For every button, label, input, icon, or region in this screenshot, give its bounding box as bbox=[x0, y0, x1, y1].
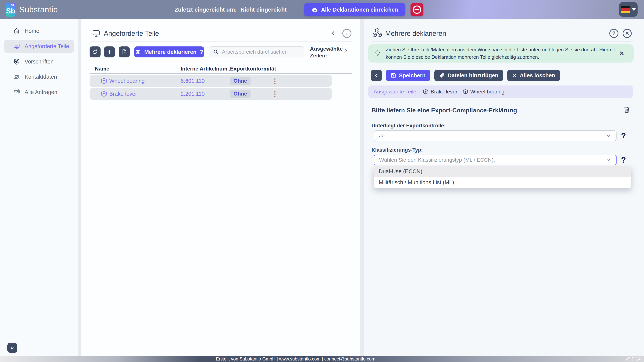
refresh-button[interactable] bbox=[90, 47, 100, 58]
panel-title: Angeforderte Teile bbox=[104, 30, 159, 38]
classification-help-icon[interactable]: ? bbox=[621, 155, 626, 165]
panel-help-icon[interactable]: ? bbox=[609, 29, 618, 38]
part-name-link[interactable]: Wheel bearing bbox=[109, 78, 145, 84]
search-input[interactable] bbox=[222, 49, 300, 55]
add-files-button[interactable]: Dateien hinzufügen bbox=[434, 70, 503, 81]
part-name-link[interactable]: Brake lever bbox=[109, 91, 137, 97]
topbar-status-group: Zuletzt eingereicht um: Nicht eingereich… bbox=[174, 0, 424, 19]
sidebar-item-regulations[interactable]: Vorschriften bbox=[4, 55, 74, 68]
add-part-button[interactable] bbox=[104, 47, 115, 58]
divider bbox=[372, 42, 634, 42]
cubes-stack-icon bbox=[372, 28, 383, 39]
selected-rows-label: Ausgewählte Zeilen: bbox=[310, 46, 342, 59]
export-control-label: Unterliegt der Exportkontrolle: bbox=[372, 123, 446, 129]
language-selector[interactable] bbox=[619, 2, 638, 17]
selected-rows-value: 2 bbox=[344, 48, 347, 54]
monitor-icon bbox=[92, 29, 100, 38]
selected-part-name: Wheel bearing bbox=[470, 89, 505, 95]
trash-icon[interactable] bbox=[623, 106, 630, 113]
selected-part-name: Brake lever bbox=[430, 89, 458, 95]
back-button[interactable] bbox=[371, 70, 382, 81]
last-submitted-label: Zuletzt eingereicht um: bbox=[174, 7, 237, 13]
save-button[interactable]: Speichern bbox=[386, 70, 430, 81]
home-icon bbox=[13, 28, 20, 34]
selected-parts-label: Ausgewählte Teile: bbox=[374, 89, 418, 95]
sidebar-item-all-requests[interactable]: Alle Anfragen bbox=[4, 86, 74, 99]
table-row[interactable]: Wheel bearing 6.601.110 Ohne ⋮ bbox=[90, 75, 332, 87]
logo-element-number: 51 bbox=[11, 4, 14, 7]
export-control-help-icon[interactable]: ? bbox=[621, 130, 626, 141]
export-control-select[interactable]: Ja bbox=[374, 130, 616, 141]
column-header-export-conformity: Exportkonformität bbox=[230, 66, 276, 72]
selected-part-chip: Brake lever bbox=[423, 89, 458, 95]
close-icon[interactable]: ✕ bbox=[620, 50, 624, 57]
lightbulb-icon bbox=[374, 50, 381, 57]
article-number-link[interactable]: 6.601.110 bbox=[181, 78, 205, 84]
chevron-down-icon bbox=[606, 133, 611, 138]
cube-icon bbox=[100, 78, 107, 84]
divider bbox=[90, 62, 352, 62]
layers-icon bbox=[135, 49, 141, 55]
selected-part-chip: Wheel bearing bbox=[462, 89, 505, 95]
export-file-button[interactable] bbox=[119, 47, 130, 58]
drag-drop-hint-banner: Ziehen Sie Ihre Teile/Materialien aus de… bbox=[368, 44, 634, 63]
mail-check-icon bbox=[13, 89, 20, 96]
row-menu-kebab-icon[interactable]: ⋮ bbox=[272, 90, 278, 98]
selected-parts-bar: Ausgewählte Teile: Brake lever Wheel bea… bbox=[368, 86, 633, 98]
sidebar-item-label: Home bbox=[24, 28, 39, 34]
footer-website-link[interactable]: www.substantio.com bbox=[279, 356, 320, 361]
table-row[interactable]: Brake lever 2.201.110 Ohne ⋮ bbox=[90, 88, 332, 100]
export-conformity-badge: Ohne bbox=[230, 77, 250, 85]
sidebar-item-requested-parts[interactable]: Angeforderte Teile bbox=[4, 40, 74, 53]
info-icon[interactable]: i bbox=[342, 29, 352, 38]
declare-multiple-panel: Mehrere deklarieren ? ✕ Ziehen Sie Ihre … bbox=[364, 19, 644, 356]
hint-text: Ziehen Sie Ihre Teile/Materialien aus de… bbox=[386, 46, 619, 61]
divider bbox=[90, 42, 352, 42]
clear-all-label: Alles löschen bbox=[520, 72, 555, 79]
declare-multiple-button[interactable]: Mehrere deklarieren ? bbox=[134, 47, 204, 58]
column-header-name: Name bbox=[95, 66, 109, 72]
article-number-link[interactable]: 2.201.110 bbox=[181, 91, 205, 97]
stop-submission-button[interactable] bbox=[410, 3, 424, 16]
sidebar-item-label: Angeforderte Teile bbox=[24, 43, 69, 50]
x-icon bbox=[512, 73, 517, 78]
panel-close-icon[interactable]: ✕ bbox=[622, 29, 632, 38]
minus-circle-icon bbox=[413, 6, 421, 14]
footer-contact: | connect@substantio.com bbox=[322, 356, 376, 361]
cube-icon bbox=[100, 90, 107, 97]
dropdown-option-dual-use[interactable]: Dual-Use (ECCN) bbox=[374, 166, 631, 177]
add-files-label: Dateien hinzufügen bbox=[448, 72, 498, 79]
sidebar: Home Angeforderte Teile Vorschriften Kon… bbox=[0, 19, 78, 356]
sidebar-item-label: Kontaktdaten bbox=[24, 74, 57, 80]
sidebar-item-contact-data[interactable]: Kontaktdaten bbox=[4, 70, 74, 83]
sidebar-item-home[interactable]: Home bbox=[4, 25, 74, 37]
floppy-save-icon bbox=[391, 73, 396, 78]
clear-all-button[interactable]: Alles löschen bbox=[507, 70, 560, 81]
cloud-upload-icon bbox=[311, 6, 318, 13]
footer: Erstellt von Substantio GmbH | www.subst… bbox=[0, 356, 644, 362]
search-icon bbox=[213, 49, 218, 55]
people-icon bbox=[13, 73, 20, 80]
top-bar: 51 Sb Substantio Zuletzt eingereicht um:… bbox=[0, 0, 644, 19]
column-header-article-number: Interne Artikelnum... bbox=[181, 66, 232, 72]
requested-parts-panel: Angeforderte Teile i Mehrere deklarieren… bbox=[82, 19, 360, 356]
brand-name: Substantio bbox=[19, 0, 58, 19]
submit-all-declarations-button[interactable]: Alle Deklarationen einreichen bbox=[304, 3, 405, 16]
compliance-section-title: Bitte liefern Sie eine Export-Compliance… bbox=[372, 107, 517, 114]
action-buttons-row: Speichern Dateien hinzufügen Alles lösch… bbox=[371, 70, 560, 81]
logo-symbol: Sb bbox=[6, 7, 16, 15]
chevron-left-icon[interactable] bbox=[330, 30, 337, 37]
workspace-search[interactable] bbox=[209, 47, 304, 58]
app-version: v3.0.14 bbox=[626, 356, 640, 362]
sidebar-item-label: Alle Anfragen bbox=[24, 89, 57, 95]
classification-dropdown: Dual-Use (ECCN) Militärisch / Munitions … bbox=[374, 166, 631, 188]
footer-created-by: Erstellt von Substantio GmbH | bbox=[216, 356, 278, 361]
classification-placeholder: Wählen Sie den Klassifizierungstyp (ML /… bbox=[379, 155, 495, 165]
classification-type-select[interactable]: Wählen Sie den Klassifizierungstyp (ML /… bbox=[374, 155, 616, 165]
monitor-lines-icon bbox=[13, 43, 20, 50]
sidebar-collapse-button[interactable]: « bbox=[8, 343, 17, 353]
row-menu-kebab-icon[interactable]: ⋮ bbox=[272, 77, 278, 85]
chevron-down-icon bbox=[606, 158, 611, 163]
app-logo: 51 Sb bbox=[6, 3, 16, 17]
dropdown-option-military[interactable]: Militärisch / Munitions List (ML) bbox=[374, 177, 631, 188]
